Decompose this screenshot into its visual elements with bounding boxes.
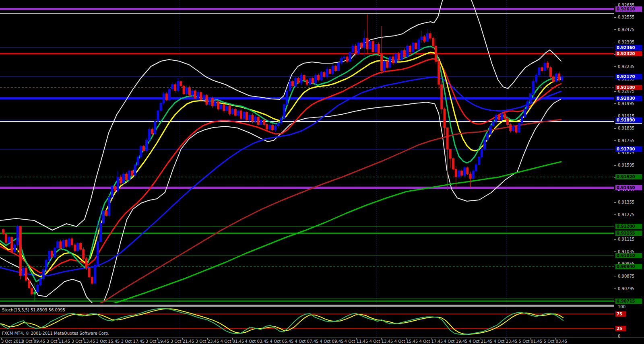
price-tick-label: 0.91275 (618, 212, 634, 217)
price-marker-box: 0.91890 (615, 117, 642, 123)
candle (237, 109, 239, 117)
price-tick-label: 0.92475 (618, 27, 634, 32)
bollinger-upper-line (0, 0, 561, 230)
price-axis[interactable]: 0.926350.925550.924750.923950.923150.922… (614, 0, 644, 337)
candle (80, 242, 82, 250)
candle (171, 82, 173, 91)
candle (472, 169, 474, 180)
bollinger-lower-line (0, 99, 561, 305)
candle (320, 71, 322, 81)
candle (183, 85, 185, 95)
candle (338, 62, 340, 72)
candle (160, 101, 162, 113)
candle (363, 31, 365, 57)
candle (378, 42, 380, 56)
candle (226, 104, 228, 113)
price-tick-mark (614, 5, 616, 5)
candle (561, 75, 563, 82)
price-tick-label: 0.90875 (618, 274, 634, 278)
candle (149, 127, 151, 142)
candle (475, 163, 477, 172)
price-marker-box: 0.91200 (615, 224, 642, 229)
platform-copyright-text: FXCM MT4, © 2001-2011 MetaQuotes Softwar… (2, 331, 109, 336)
candle (438, 57, 440, 89)
price-tick-mark (614, 17, 616, 18)
stoch-level-box: 25 (615, 326, 626, 331)
time-axis-label: 4 Oct 05:45 (270, 339, 294, 344)
candle (295, 77, 297, 87)
candle (111, 185, 113, 199)
candle (275, 124, 277, 132)
time-axis-label: 5 Oct 03:45 (544, 339, 568, 344)
price-tick-mark (614, 239, 616, 240)
candle (177, 78, 179, 92)
candle (361, 41, 363, 49)
candle (286, 90, 288, 105)
candle (323, 71, 325, 78)
candle (515, 125, 517, 133)
candle (398, 52, 400, 61)
candle (260, 119, 262, 126)
price-tick-label: 0.92395 (618, 40, 634, 44)
stoch-level-box: 75 (615, 311, 626, 317)
price-marker-box: 0.90940 (615, 264, 642, 269)
candle (484, 138, 486, 151)
candle (526, 100, 528, 111)
candle (544, 59, 546, 75)
main-chart-layer (0, 0, 614, 309)
candle (395, 52, 397, 64)
price-tick-mark (614, 42, 616, 42)
time-axis-label: 3 Oct 19:45 (146, 339, 169, 344)
chart-plot-area[interactable] (0, 0, 614, 338)
candle (120, 175, 122, 185)
candle (234, 108, 236, 116)
price-tick-mark (614, 116, 616, 116)
time-axis-label: 4 Oct 11:45 (345, 339, 368, 344)
candle (85, 257, 87, 270)
candle (71, 237, 73, 247)
candle (521, 115, 523, 125)
candle (444, 107, 446, 135)
candle (194, 90, 196, 100)
candle (137, 155, 139, 167)
candle (220, 103, 222, 110)
candle (432, 36, 434, 47)
price-tick-label: 0.91355 (618, 200, 634, 204)
candle (168, 88, 170, 101)
candle (208, 97, 211, 105)
price-tick-label: 0.91995 (618, 101, 634, 106)
candle (134, 163, 136, 177)
candle (39, 278, 41, 286)
candle (409, 44, 411, 54)
candle (510, 123, 512, 133)
candle (246, 111, 248, 121)
candle (464, 167, 466, 177)
ma-blue-slow-line (0, 77, 561, 276)
candle (504, 113, 506, 119)
time-axis-label: 4 Oct 03:45 (245, 339, 269, 344)
candle (309, 77, 311, 86)
ma-green-long-line (95, 162, 561, 309)
candle (524, 107, 526, 119)
candle (22, 266, 24, 277)
candle (366, 14, 368, 54)
price-tick-mark (614, 251, 616, 252)
time-axis-label: 3 Oct 21:45 (171, 339, 194, 344)
ma-red-long-line (92, 119, 561, 308)
price-marker-box: 0.91010 (615, 253, 642, 258)
candle (45, 258, 47, 271)
candle (352, 44, 354, 54)
price-tick-label: 0.91835 (618, 126, 634, 130)
price-tick-label: 0.92235 (618, 64, 634, 69)
time-axis-label: 3 Oct 13:45 (72, 339, 95, 344)
candle (469, 171, 471, 187)
candle (103, 210, 105, 225)
price-tick-mark (614, 128, 616, 129)
candle (62, 239, 64, 249)
candle (123, 172, 125, 185)
candle (180, 80, 182, 87)
price-tick-mark (614, 288, 616, 289)
panel-resize-divider[interactable] (0, 305, 614, 307)
time-axis-label: 3 Oct 15:45 (96, 339, 120, 344)
time-axis[interactable]: 3 Oct 20113 Oct 09:453 Oct 11:453 Oct 13… (0, 338, 644, 344)
